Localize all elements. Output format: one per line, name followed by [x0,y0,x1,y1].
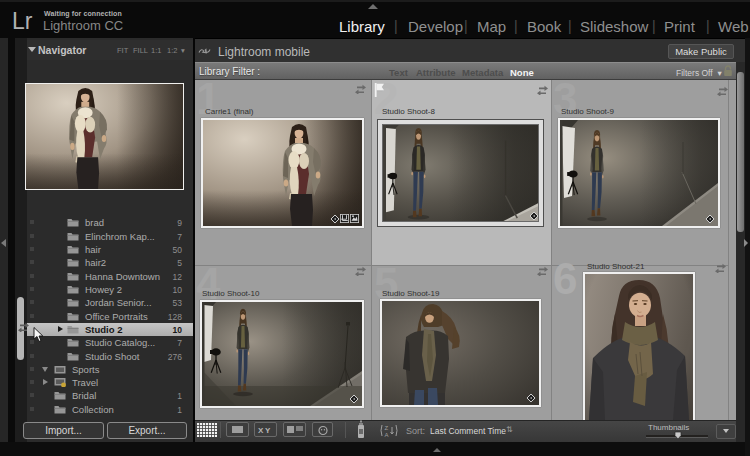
svg-text:A: A [385,432,389,438]
svg-text:Z: Z [385,425,389,431]
